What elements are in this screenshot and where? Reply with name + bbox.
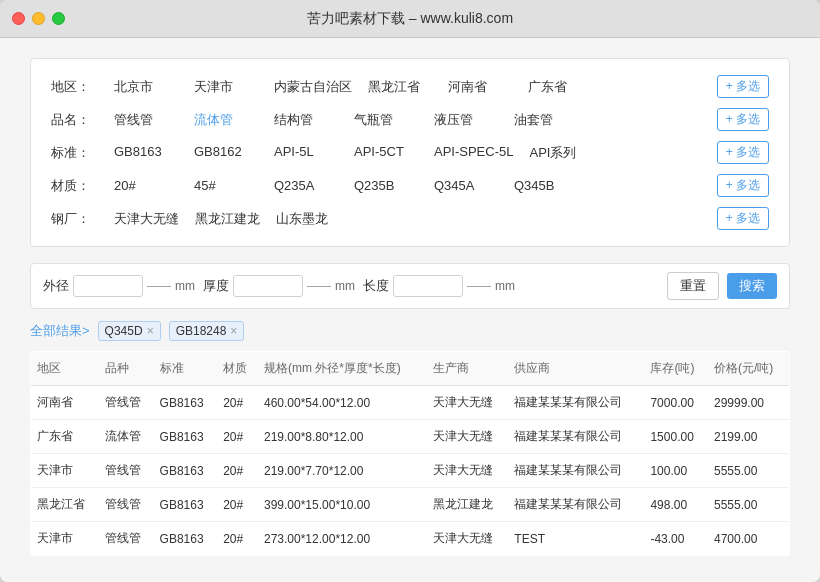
all-results-link[interactable]: 全部结果> [30,322,90,340]
table-cell: 管线管 [99,454,153,488]
thickness-dash: —— [307,279,331,293]
col-product: 品种 [99,352,153,386]
reset-button[interactable]: 重置 [667,272,719,300]
table-cell: 219.00*8.80*12.00 [258,420,427,454]
standard-row: 标准： GB8163 GB8162 API-5L API-5CT API-SPE… [51,141,769,164]
maximize-button[interactable] [52,12,65,25]
close-button[interactable] [12,12,25,25]
table-cell: 1500.00 [644,420,708,454]
factory-row: 钢厂： 天津大无缝 黑龙江建龙 山东墨龙 + 多选 [51,207,769,230]
table-cell: 天津市 [31,454,100,488]
tags-bar: 全部结果> Q345D × GB18248 × [30,321,790,341]
product-item-yeya[interactable]: 液压管 [426,111,506,129]
material-item-20[interactable]: 20# [106,178,186,193]
table-cell: 天津市 [31,522,100,556]
search-button[interactable]: 搜索 [727,273,777,299]
col-producer: 生产商 [427,352,509,386]
table-row[interactable]: 天津市管线管GB816320#273.00*12.00*12.00天津大无缝TE… [31,522,790,556]
material-row: 材质： 20# 45# Q235A Q235B Q345A Q345B + 多选 [51,174,769,197]
thickness-min-input[interactable] [233,275,303,297]
table-cell: 7000.00 [644,386,708,420]
product-item-qiping[interactable]: 气瓶管 [346,111,426,129]
table-cell: 天津大无缝 [427,420,509,454]
length-label: 长度 [363,277,389,295]
material-label: 材质： [51,177,106,195]
table-cell: 100.00 [644,454,708,488]
table-row[interactable]: 天津市管线管GB816320#219.00*7.70*12.00天津大无缝福建某… [31,454,790,488]
product-items: 管线管 流体管 结构管 气瓶管 液压管 油套管 [106,111,717,129]
standard-item-apiseries[interactable]: API系列 [521,144,601,162]
table-cell: 20# [217,386,258,420]
table-cell: 20# [217,488,258,522]
outer-dia-min-input[interactable] [73,275,143,297]
factory-item-heilongjiang[interactable]: 黑龙江建龙 [187,210,268,228]
outer-dia-unit: mm [175,279,195,293]
thickness-label: 厚度 [203,277,229,295]
table-row[interactable]: 黑龙江省管线管GB816320#399.00*15.00*10.00黑龙江建龙福… [31,488,790,522]
search-bar: 外径 —— mm 厚度 —— mm 长度 —— mm 重置 搜索 [30,263,790,309]
material-more-button[interactable]: + 多选 [717,174,769,197]
table-cell: 管线管 [99,522,153,556]
factory-item-tianjin[interactable]: 天津大无缝 [106,210,187,228]
table-cell: 福建某某某有限公司 [508,454,644,488]
col-standard: 标准 [154,352,218,386]
material-item-45[interactable]: 45# [186,178,266,193]
length-dash: —— [467,279,491,293]
product-row: 品名： 管线管 流体管 结构管 气瓶管 液压管 油套管 + 多选 [51,108,769,131]
material-item-q345b[interactable]: Q345B [506,178,586,193]
col-region: 地区 [31,352,100,386]
standard-more-button[interactable]: + 多选 [717,141,769,164]
region-item-beijing[interactable]: 北京市 [106,78,186,96]
tag-q345d: Q345D × [98,321,161,341]
window-title: 苦力吧素材下载 – www.kuli8.com [0,10,820,28]
table-cell: 5555.00 [708,454,790,488]
length-group: 长度 —— mm [363,275,515,297]
region-item-henan[interactable]: 河南省 [440,78,520,96]
thickness-group: 厚度 —— mm [203,275,355,297]
factory-more-button[interactable]: + 多选 [717,207,769,230]
table-cell: 福建某某某有限公司 [508,386,644,420]
data-table: 地区 品种 标准 材质 规格(mm 外径*厚度*长度) 生产商 供应商 库存(吨… [30,351,790,556]
factory-item-shandong[interactable]: 山东墨龙 [268,210,348,228]
titlebar: 苦力吧素材下载 – www.kuli8.com [0,0,820,38]
minimize-button[interactable] [32,12,45,25]
region-label: 地区： [51,78,106,96]
product-item-jiegou[interactable]: 结构管 [266,111,346,129]
table-cell: GB8163 [154,386,218,420]
outer-dia-dash: —— [147,279,171,293]
region-more-button[interactable]: + 多选 [717,75,769,98]
table-cell: 管线管 [99,386,153,420]
region-item-heilongjiang[interactable]: 黑龙江省 [360,78,440,96]
product-item-youtao[interactable]: 油套管 [506,111,586,129]
factory-items: 天津大无缝 黑龙江建龙 山东墨龙 [106,210,717,228]
length-min-input[interactable] [393,275,463,297]
standard-item-apispec5l[interactable]: API-SPEC-5L [426,144,521,162]
product-item-liuti[interactable]: 流体管 [186,111,266,129]
product-more-button[interactable]: + 多选 [717,108,769,131]
product-item-guanxian[interactable]: 管线管 [106,111,186,129]
table-cell: 20# [217,454,258,488]
tag-gb18248-label: GB18248 [176,324,227,338]
standard-item-api5l[interactable]: API-5L [266,144,346,162]
region-item-tianjin[interactable]: 天津市 [186,78,266,96]
region-item-guangdong[interactable]: 广东省 [520,78,600,96]
col-price: 价格(元/吨) [708,352,790,386]
tag-gb18248-close[interactable]: × [230,324,237,338]
material-item-q235a[interactable]: Q235A [266,178,346,193]
region-item-neimenggu[interactable]: 内蒙古自治区 [266,78,360,96]
tag-q345d-close[interactable]: × [147,324,154,338]
table-row[interactable]: 广东省流体管GB816320#219.00*8.80*12.00天津大无缝福建某… [31,420,790,454]
material-item-q235b[interactable]: Q235B [346,178,426,193]
table-cell: 黑龙江省 [31,488,100,522]
material-item-q345a[interactable]: Q345A [426,178,506,193]
standard-item-gb8163[interactable]: GB8163 [106,144,186,162]
standard-item-gb8162[interactable]: GB8162 [186,144,266,162]
table-cell: 5555.00 [708,488,790,522]
table-cell: GB8163 [154,488,218,522]
table-cell: 20# [217,420,258,454]
table-cell: 河南省 [31,386,100,420]
table-row[interactable]: 河南省管线管GB816320#460.00*54.00*12.00天津大无缝福建… [31,386,790,420]
table-header-row: 地区 品种 标准 材质 规格(mm 外径*厚度*长度) 生产商 供应商 库存(吨… [31,352,790,386]
standard-item-api5ct[interactable]: API-5CT [346,144,426,162]
table-cell: 天津大无缝 [427,522,509,556]
